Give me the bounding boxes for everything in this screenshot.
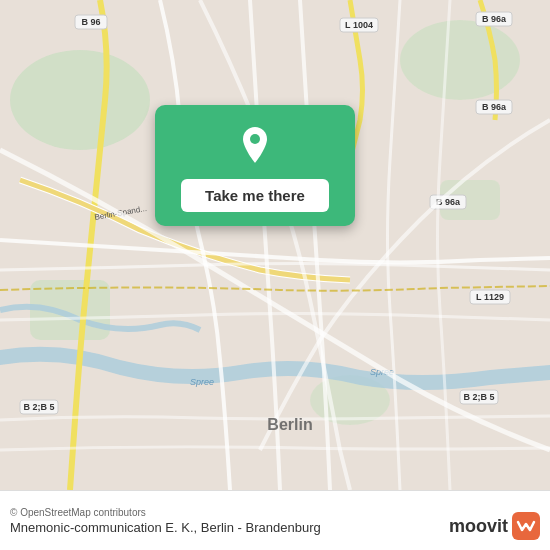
svg-text:B 2;B 5: B 2;B 5 (463, 392, 494, 402)
map-container: Spree Spree B 96 L 1004 B 96a B 96a B 96… (0, 0, 550, 490)
svg-point-2 (400, 20, 520, 100)
svg-text:B 96a: B 96a (482, 14, 507, 24)
take-me-there-button[interactable]: Take me there (181, 179, 329, 212)
svg-text:B 96: B 96 (81, 17, 100, 27)
svg-text:B 2;B 5: B 2;B 5 (23, 402, 54, 412)
svg-text:Berlin: Berlin (267, 416, 312, 433)
moovit-brand-text: moovit (449, 516, 508, 537)
svg-text:L 1129: L 1129 (476, 292, 504, 302)
location-pin-icon (233, 123, 277, 167)
svg-point-26 (250, 134, 260, 144)
moovit-icon (512, 512, 540, 540)
svg-text:Spree: Spree (190, 377, 214, 387)
moovit-logo: moovit (449, 512, 540, 540)
svg-text:B 96a: B 96a (482, 102, 507, 112)
bottom-bar: © OpenStreetMap contributors Mnemonic-co… (0, 490, 550, 550)
location-card: Take me there (155, 105, 355, 226)
svg-point-1 (10, 50, 150, 150)
svg-text:L 1004: L 1004 (345, 20, 373, 30)
